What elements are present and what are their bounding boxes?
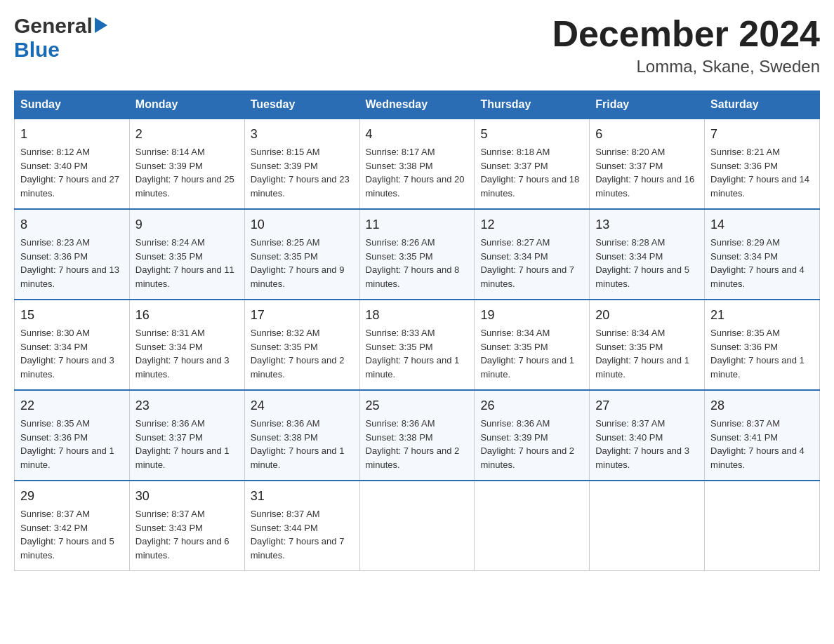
day-info: Sunrise: 8:24 AMSunset: 3:35 PMDaylight:… [135,236,239,290]
day-info: Sunrise: 8:23 AMSunset: 3:36 PMDaylight:… [20,236,124,290]
calendar-cell: 27Sunrise: 8:37 AMSunset: 3:40 PMDayligh… [590,390,705,481]
day-number: 21 [710,306,814,325]
day-number: 26 [480,396,583,415]
calendar-cell: 15Sunrise: 8:30 AMSunset: 3:34 PMDayligh… [15,300,130,390]
col-thursday: Thursday [475,91,590,119]
day-number: 6 [595,125,699,144]
calendar-cell: 19Sunrise: 8:34 AMSunset: 3:35 PMDayligh… [475,300,590,390]
day-number: 2 [135,125,239,144]
calendar-cell: 2Sunrise: 8:14 AMSunset: 3:39 PMDaylight… [129,119,244,209]
day-info: Sunrise: 8:37 AMSunset: 3:44 PMDaylight:… [251,507,354,562]
day-number: 17 [251,306,354,325]
day-info: Sunrise: 8:15 AMSunset: 3:39 PMDaylight:… [251,145,354,200]
calendar-cell: 11Sunrise: 8:26 AMSunset: 3:35 PMDayligh… [359,209,475,300]
col-saturday: Saturday [705,91,820,119]
day-info: Sunrise: 8:31 AMSunset: 3:34 PMDaylight:… [135,326,239,381]
calendar-cell: 16Sunrise: 8:31 AMSunset: 3:34 PMDayligh… [129,300,244,390]
day-info: Sunrise: 8:32 AMSunset: 3:35 PMDaylight:… [251,326,354,381]
calendar-cell: 13Sunrise: 8:28 AMSunset: 3:34 PMDayligh… [590,209,705,300]
day-number: 13 [595,215,699,234]
title-block: December 2024 Lomma, Skane, Sweden [552,14,820,76]
day-number: 10 [251,215,354,234]
calendar-cell [705,481,820,571]
calendar-week-row: 8Sunrise: 8:23 AMSunset: 3:36 PMDaylight… [15,209,820,300]
day-number: 29 [20,487,124,506]
day-info: Sunrise: 8:35 AMSunset: 3:36 PMDaylight:… [710,326,814,381]
day-number: 8 [20,215,124,234]
calendar-cell: 9Sunrise: 8:24 AMSunset: 3:35 PMDaylight… [129,209,244,300]
day-info: Sunrise: 8:20 AMSunset: 3:37 PMDaylight:… [595,145,699,200]
col-monday: Monday [129,91,244,119]
day-info: Sunrise: 8:34 AMSunset: 3:35 PMDaylight:… [480,326,583,381]
calendar-cell: 4Sunrise: 8:17 AMSunset: 3:38 PMDaylight… [359,119,475,209]
day-info: Sunrise: 8:36 AMSunset: 3:38 PMDaylight:… [366,417,469,471]
day-info: Sunrise: 8:37 AMSunset: 3:43 PMDaylight:… [135,507,239,562]
logo: General Blue [14,14,107,62]
day-number: 28 [710,396,814,415]
day-number: 16 [135,306,239,325]
day-number: 14 [710,215,814,234]
calendar-cell: 28Sunrise: 8:37 AMSunset: 3:41 PMDayligh… [705,390,820,481]
day-info: Sunrise: 8:37 AMSunset: 3:41 PMDaylight:… [710,417,814,471]
day-number: 12 [480,215,583,234]
day-number: 3 [251,125,354,144]
col-sunday: Sunday [15,91,130,119]
logo-general-text: General [14,14,93,38]
day-info: Sunrise: 8:36 AMSunset: 3:38 PMDaylight:… [251,417,354,471]
calendar-header-row: Sunday Monday Tuesday Wednesday Thursday… [15,91,820,119]
calendar-cell: 30Sunrise: 8:37 AMSunset: 3:43 PMDayligh… [129,481,244,571]
col-friday: Friday [590,91,705,119]
calendar-week-row: 1Sunrise: 8:12 AMSunset: 3:40 PMDaylight… [15,119,820,209]
day-info: Sunrise: 8:27 AMSunset: 3:34 PMDaylight:… [480,236,583,290]
calendar-cell: 1Sunrise: 8:12 AMSunset: 3:40 PMDaylight… [15,119,130,209]
calendar-cell: 22Sunrise: 8:35 AMSunset: 3:36 PMDayligh… [15,390,130,481]
day-info: Sunrise: 8:17 AMSunset: 3:38 PMDaylight:… [366,145,469,200]
month-year-title: December 2024 [552,14,820,54]
calendar-cell: 10Sunrise: 8:25 AMSunset: 3:35 PMDayligh… [244,209,359,300]
calendar-cell: 12Sunrise: 8:27 AMSunset: 3:34 PMDayligh… [475,209,590,300]
day-info: Sunrise: 8:14 AMSunset: 3:39 PMDaylight:… [135,145,239,200]
col-wednesday: Wednesday [359,91,475,119]
calendar-week-row: 29Sunrise: 8:37 AMSunset: 3:42 PMDayligh… [15,481,820,571]
day-number: 25 [366,396,469,415]
day-info: Sunrise: 8:37 AMSunset: 3:40 PMDaylight:… [595,417,699,471]
day-info: Sunrise: 8:26 AMSunset: 3:35 PMDaylight:… [366,236,469,290]
calendar-cell: 26Sunrise: 8:36 AMSunset: 3:39 PMDayligh… [475,390,590,481]
day-info: Sunrise: 8:37 AMSunset: 3:42 PMDaylight:… [20,507,124,562]
day-number: 1 [20,125,124,144]
day-info: Sunrise: 8:35 AMSunset: 3:36 PMDaylight:… [20,417,124,471]
day-number: 7 [710,125,814,144]
day-number: 27 [595,396,699,415]
day-info: Sunrise: 8:21 AMSunset: 3:36 PMDaylight:… [710,145,814,200]
svg-marker-0 [95,18,107,33]
calendar-cell [359,481,475,571]
day-number: 19 [480,306,583,325]
day-info: Sunrise: 8:25 AMSunset: 3:35 PMDaylight:… [251,236,354,290]
calendar-cell: 5Sunrise: 8:18 AMSunset: 3:37 PMDaylight… [475,119,590,209]
calendar-cell: 6Sunrise: 8:20 AMSunset: 3:37 PMDaylight… [590,119,705,209]
day-number: 31 [251,487,354,506]
day-info: Sunrise: 8:29 AMSunset: 3:34 PMDaylight:… [710,236,814,290]
day-info: Sunrise: 8:36 AMSunset: 3:37 PMDaylight:… [135,417,239,471]
page-header: General Blue December 2024 Lomma, Skane,… [14,14,820,76]
day-number: 22 [20,396,124,415]
day-number: 30 [135,487,239,506]
day-info: Sunrise: 8:28 AMSunset: 3:34 PMDaylight:… [595,236,699,290]
day-info: Sunrise: 8:36 AMSunset: 3:39 PMDaylight:… [480,417,583,471]
day-info: Sunrise: 8:33 AMSunset: 3:35 PMDaylight:… [366,326,469,381]
day-number: 18 [366,306,469,325]
calendar-cell: 8Sunrise: 8:23 AMSunset: 3:36 PMDaylight… [15,209,130,300]
calendar-cell [590,481,705,571]
calendar-cell: 23Sunrise: 8:36 AMSunset: 3:37 PMDayligh… [129,390,244,481]
day-number: 5 [480,125,583,144]
calendar-cell: 14Sunrise: 8:29 AMSunset: 3:34 PMDayligh… [705,209,820,300]
calendar-cell: 31Sunrise: 8:37 AMSunset: 3:44 PMDayligh… [244,481,359,571]
day-number: 15 [20,306,124,325]
calendar-cell: 25Sunrise: 8:36 AMSunset: 3:38 PMDayligh… [359,390,475,481]
calendar-week-row: 22Sunrise: 8:35 AMSunset: 3:36 PMDayligh… [15,390,820,481]
day-info: Sunrise: 8:12 AMSunset: 3:40 PMDaylight:… [20,145,124,200]
day-info: Sunrise: 8:34 AMSunset: 3:35 PMDaylight:… [595,326,699,381]
logo-arrow-icon [95,18,107,36]
day-number: 20 [595,306,699,325]
col-tuesday: Tuesday [244,91,359,119]
